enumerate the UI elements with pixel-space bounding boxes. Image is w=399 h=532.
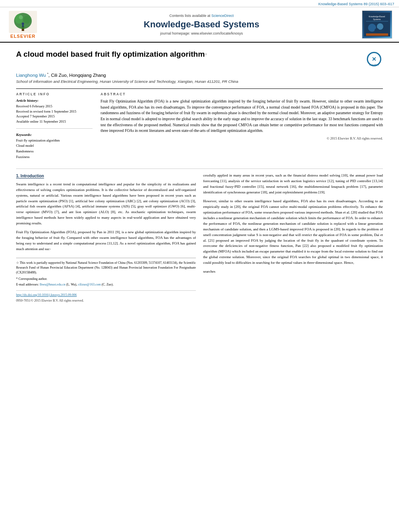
received-date: Received 6 February 2015 [16,104,93,109]
keyword-1: Fruit fly optimization algorithm [16,138,93,144]
top-bar: Knowledge-Based Systems 89 (2015) 603–61… [0,0,399,7]
author-zuo: Cili Zuo, [51,73,68,78]
svg-point-14 [374,28,379,33]
svg-text:Knowledge-Based: Knowledge-Based [369,15,385,18]
svg-rect-15 [366,33,388,36]
abstract-text: Fruit Fly Optimization Algorithm (FOA) i… [101,99,383,134]
journal-header-center: Contents lists available at ScienceDirec… [45,14,358,35]
right-para-1: cessfully applied in many areas in recen… [203,173,383,195]
authors-line: Lianghong Wu *, Cili Zuo, Hongqiang Zhan… [16,72,383,78]
intro-heading: 1. Introduction [16,173,196,179]
article-info-column: ARTICLE INFO Article history: Received 6… [16,92,93,163]
article-info-label: ARTICLE INFO [16,92,93,96]
crossmark-icon: ✕ CrossMark [366,51,382,67]
body-two-col: 1. Introduction Swarm intelligence is a … [16,173,383,304]
article-history: Article history: Received 6 February 201… [16,99,93,124]
body-col-right: cessfully applied in many areas in recen… [203,173,383,304]
svg-text:Systems: Systems [373,18,381,21]
abstract-label: ABSTRACT [101,92,383,96]
elsevier-wordmark: ELSEVIER [10,34,35,39]
email-wu[interactable]: lhwu@hnust.edu.cn [40,283,66,286]
elsevier-logo-section: ELSEVIER [5,11,41,39]
svg-text:✕: ✕ [372,56,376,62]
article-body: A cloud model based fruit fly optimizati… [0,43,399,311]
article-title-section: A cloud model based fruit fly optimizati… [16,50,383,70]
journal-header: ELSEVIER Contents lists available at Sci… [0,7,399,43]
abstract-column: ABSTRACT Fruit Fly Optimization Algorith… [101,92,383,163]
crossmark-section[interactable]: ✕ CrossMark [365,50,383,68]
keyword-3: Randomness [16,149,93,154]
searches-word: searches [203,269,215,273]
keyword-2: Cloud model [16,143,93,149]
svg-rect-7 [22,25,24,27]
sciencedirect-link[interactable]: ScienceDirect [212,14,234,18]
journal-title: Knowledge-Based Systems [45,19,358,30]
article-title: A cloud model based fruit fly optimizati… [16,50,207,59]
svg-point-5 [19,15,23,19]
svg-point-4 [23,16,31,24]
article-history-title: Article history: [16,99,93,103]
elsevier-logo: ELSEVIER [5,11,41,39]
journal-ref-link[interactable]: Knowledge-Based Systems 89 (2015) 603–61… [318,2,394,6]
keywords-list: Fruit fly optimization algorithm Cloud m… [16,138,93,160]
email-zuo[interactable]: cilizuo@163.com [78,283,101,286]
copyright: © 2015 Elsevier B.V. All rights reserved… [101,136,383,140]
available-date: Available online 11 September 2015 [16,119,93,124]
title-star: ☆ [205,53,207,56]
received-revised-date: Received in revised form 1 September 201… [16,109,93,114]
footnote-email: E-mail addresses: lhwu@hnust.edu.cn (L. … [16,282,196,287]
body-col-left: 1. Introduction Swarm intelligence is a … [16,173,196,304]
contents-available-label: Contents lists available at ScienceDirec… [45,14,358,18]
footnote-star: ☆ This work is partially supported by Na… [16,261,196,275]
keyword-4: Fuzziness [16,154,93,160]
author-wu[interactable]: Lianghong Wu [16,73,46,78]
right-para-2: However, similar to other swarm intellig… [203,199,383,266]
intro-para-1: Swarm intelligence is a recent trend in … [16,182,196,227]
left-divider [16,128,93,129]
doi-section: http://dx.doi.org/10.1016/j.knosys.2015.… [16,290,196,304]
article-info-abstract-section: ARTICLE INFO Article history: Received 6… [16,88,383,163]
accepted-date: Accepted 7 September 2015 [16,114,93,119]
main-divider [16,168,383,169]
svg-point-6 [22,23,24,25]
intro-para-2: Fruit Fly Optimization Algorithm (FOA), … [16,230,196,252]
keywords-section: Keywords: Fruit fly optimization algorit… [16,133,93,160]
journal-cover-svg: Knowledge-Based Systems [364,12,390,37]
journal-homepage: journal homepage: www.elsevier.com/locat… [45,31,358,35]
journal-cover-thumbnail: Knowledge-Based Systems [362,10,394,39]
footnote-section: ☆ This work is partially supported by Na… [16,258,196,287]
author-zhang: Hongqiang Zhang [69,73,106,78]
svg-text:CrossMark: CrossMark [369,64,379,66]
doi-link[interactable]: http://dx.doi.org/10.1016/j.knosys.2015.… [16,293,77,297]
issn-line: 0950-7051/© 2015 Elsevier B.V. All right… [16,299,84,302]
affiliation: School of Information and Electrical Eng… [16,79,383,84]
right-para-searches: searches [203,269,383,275]
keywords-title: Keywords: [16,133,93,137]
elsevier-tree-icon [9,11,37,33]
footnote-corresponding: * Corresponding author. [16,277,196,281]
journal-cover-image: Knowledge-Based Systems [362,10,392,39]
